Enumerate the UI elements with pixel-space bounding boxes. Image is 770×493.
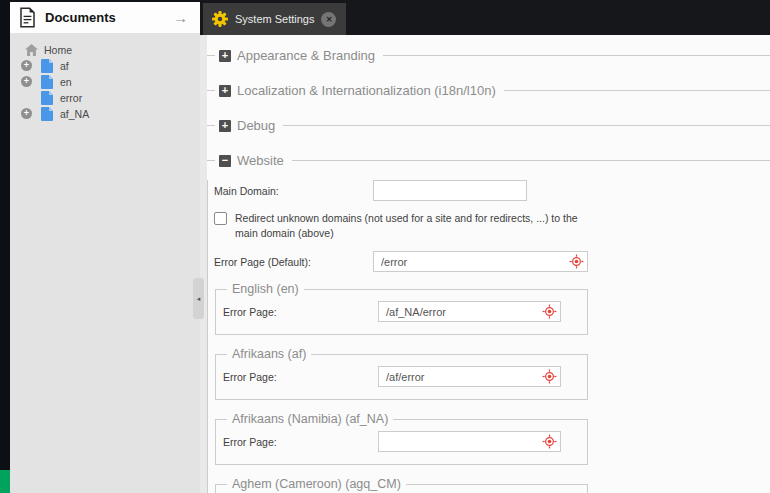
settings-panel: + Appearance & Branding + Localization &…	[207, 35, 770, 493]
redirect-checkbox-row: Redirect unknown domains (not used for a…	[213, 211, 770, 241]
expand-plus-icon[interactable]: +	[21, 108, 32, 119]
redirect-label-line2: main domain (above)	[235, 227, 334, 239]
tree-item-label: error	[60, 92, 82, 104]
tab-system-settings[interactable]: System Settings ✕	[203, 3, 346, 35]
legend-line	[283, 125, 770, 126]
error-page-label: Error Page:	[223, 436, 378, 448]
section-title: Localization & Internationalization (i18…	[237, 83, 496, 98]
error-page-label: Error Page:	[223, 371, 378, 383]
tree-item-label: Home	[44, 44, 72, 56]
expand-section-icon[interactable]: +	[219, 120, 231, 132]
file-icon	[41, 59, 53, 73]
locale-fieldset-af_NA: Afrikaans (Namibia) (af_NA) Error Page:	[215, 412, 588, 465]
legend-line	[383, 55, 770, 56]
tree-item-af[interactable]: + af	[10, 58, 200, 73]
error-page-default-label: Error Page (Default):	[213, 256, 373, 268]
locale-legend: Afrikaans (Namibia) (af_NA)	[227, 412, 393, 426]
documents-sidebar: Documents → Home +	[10, 2, 200, 493]
expand-plus-icon[interactable]: +	[21, 76, 32, 87]
locale-fieldset-en: English (en) Error Page:	[215, 282, 588, 335]
section-appearance-branding[interactable]: + Appearance & Branding	[207, 38, 770, 73]
tab-bar: System Settings ✕	[200, 0, 770, 35]
tree-item-label: af	[60, 60, 69, 72]
legend-dash	[207, 90, 215, 91]
sidebar-collapse-handle[interactable]: ◂	[193, 278, 204, 319]
expand-plus-icon[interactable]: +	[21, 60, 32, 71]
page-picker-target-icon[interactable]	[569, 254, 584, 269]
error-page-input-af[interactable]	[378, 366, 561, 387]
locale-fieldset-af: Afrikaans (af) Error Page:	[215, 347, 588, 400]
main-domain-row: Main Domain:	[213, 180, 770, 201]
section-title: Appearance & Branding	[237, 48, 375, 63]
page-picker-target-icon[interactable]	[542, 304, 557, 319]
section-localization[interactable]: + Localization & Internationalization (i…	[207, 73, 770, 108]
section-website[interactable]: − Website	[207, 143, 770, 178]
document-icon	[19, 7, 36, 28]
tree-item-en[interactable]: + en	[10, 74, 200, 89]
section-debug[interactable]: + Debug	[207, 108, 770, 143]
expand-section-icon[interactable]: +	[219, 85, 231, 97]
main-domain-input[interactable]	[373, 180, 527, 201]
error-page-default-input[interactable]	[373, 251, 588, 272]
locale-legend: English (en)	[227, 282, 304, 296]
sidebar-title: Documents	[45, 10, 164, 25]
main-domain-label: Main Domain:	[213, 185, 373, 197]
error-page-input-af_NA[interactable]	[378, 431, 561, 452]
document-tree: Home + af +	[10, 33, 200, 121]
file-icon	[41, 91, 53, 105]
status-indicator	[0, 470, 10, 493]
legend-line	[504, 90, 770, 91]
locale-legend: Afrikaans (af)	[227, 347, 311, 361]
expander-spacer	[21, 92, 32, 103]
tab-close-icon[interactable]: ✕	[321, 12, 336, 27]
tree-item-home[interactable]: Home	[10, 42, 200, 57]
error-page-default-row: Error Page (Default):	[213, 251, 770, 272]
redirect-label-line1: Redirect unknown domains (not used for a…	[235, 212, 578, 224]
section-title: Website	[237, 153, 284, 168]
sidebar-content-gutter	[200, 35, 207, 493]
legend-dash	[207, 55, 215, 56]
collapse-section-icon[interactable]: −	[219, 155, 231, 167]
section-title: Debug	[237, 118, 275, 133]
legend-line	[292, 160, 770, 161]
legend-dash	[207, 160, 215, 161]
redirect-checkbox[interactable]	[214, 212, 227, 225]
redirect-checkbox-label: Redirect unknown domains (not used for a…	[235, 211, 578, 241]
page-picker-target-icon[interactable]	[542, 434, 557, 449]
expand-section-icon[interactable]: +	[219, 50, 231, 62]
locale-legend: Aghem (Cameroon) (agq_CM)	[227, 477, 406, 491]
tree-item-label: af_NA	[60, 108, 89, 120]
file-icon	[41, 107, 53, 121]
error-page-label: Error Page:	[223, 306, 378, 318]
legend-dash	[207, 125, 215, 126]
left-toolbar-rail	[0, 0, 10, 493]
home-icon	[25, 44, 38, 56]
tree-item-af_NA[interactable]: + af_NA	[10, 106, 200, 121]
tree-item-error[interactable]: error	[10, 90, 200, 105]
locale-fieldset-agq_CM: Aghem (Cameroon) (agq_CM) Error Page:	[215, 477, 588, 493]
page-picker-target-icon[interactable]	[542, 369, 557, 384]
app-window: Documents → Home +	[0, 0, 770, 493]
file-icon	[41, 75, 53, 89]
tree-item-label: en	[60, 76, 72, 88]
sidebar-header: Documents →	[10, 2, 200, 33]
error-page-input-en[interactable]	[378, 301, 561, 322]
gear-icon	[212, 11, 228, 27]
sidebar-collapse-arrow-icon[interactable]: →	[173, 9, 188, 26]
tab-label: System Settings	[235, 13, 314, 25]
website-section-body: Main Domain: Redirect unknown domains (n…	[207, 180, 770, 493]
